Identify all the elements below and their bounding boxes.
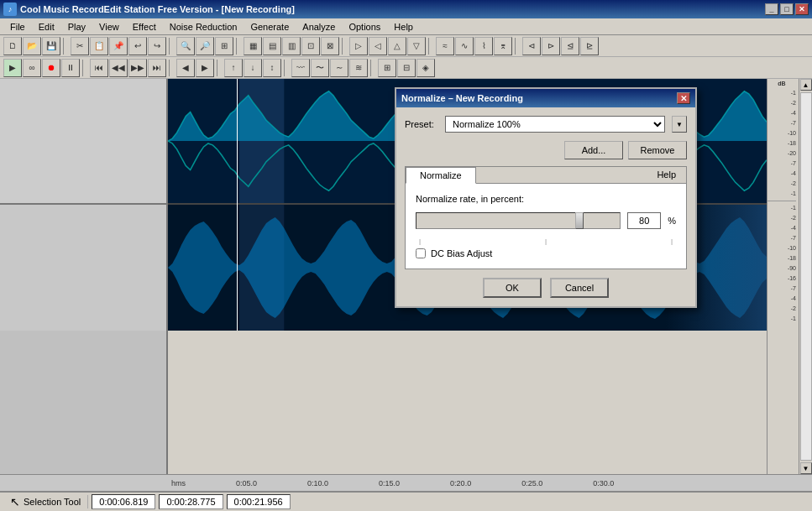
app-icon: ♪ (3, 3, 17, 16)
tb-cut[interactable]: ✂ (71, 37, 89, 55)
menu-effect[interactable]: Effect (126, 20, 163, 34)
ok-button[interactable]: OK (483, 278, 542, 298)
menu-file[interactable]: File (3, 20, 32, 34)
status-bar: ↖ Selection Tool 0:00:06.819 0:00:28.775… (0, 491, 812, 511)
maximize-button[interactable]: □ (780, 3, 794, 15)
tb-btn-f[interactable]: ▷ (349, 37, 368, 55)
tb-rewind[interactable]: ⏮ (90, 59, 108, 77)
minimize-button[interactable]: _ (765, 3, 778, 15)
menu-play[interactable]: Play (61, 20, 92, 34)
tb-play[interactable]: ▶ (3, 59, 22, 77)
tb-btn-b[interactable]: ▤ (263, 37, 281, 55)
menu-bar: File Edit Play View Effect Noise Reducti… (0, 18, 812, 35)
tb-back[interactable]: ◀◀ (109, 59, 128, 77)
dc-bias-row: DC Bias Adjust (416, 248, 676, 258)
preset-row: Preset: Normalize 100% Normalize 80% Cus… (405, 116, 687, 133)
tb-btn-a[interactable]: ▦ (244, 37, 262, 55)
db-divider (767, 201, 796, 201)
tb-btn-n[interactable]: ⊲ (522, 37, 541, 55)
tb-paste[interactable]: 📌 (109, 37, 128, 55)
tb-btn-o[interactable]: ⊳ (542, 37, 560, 55)
tb-save[interactable]: 💾 (42, 37, 60, 55)
menu-generate[interactable]: Generate (244, 20, 296, 34)
scroll-thumb[interactable] (800, 92, 812, 461)
tb-btn-k[interactable]: ∿ (455, 37, 474, 55)
tb-btn-p[interactable]: ⊴ (561, 37, 579, 55)
preset-select[interactable]: Normalize 100% Normalize 80% Custom (445, 116, 665, 133)
tb-btn-h[interactable]: △ (388, 37, 406, 55)
tb-btn-c[interactable]: ▥ (282, 37, 301, 55)
tb-btn-s3[interactable]: ↕ (263, 59, 281, 77)
tb-btn-q[interactable]: ⊵ (580, 37, 599, 55)
rate-label: Normalize rate, in percent: (416, 194, 676, 204)
tb-btn-u1[interactable]: ⊞ (378, 59, 396, 77)
tb-btn-s2[interactable]: ↓ (244, 59, 262, 77)
ok-cancel-row: OK Cancel (405, 278, 687, 298)
menu-options[interactable]: Options (342, 20, 387, 34)
tb-sep-9 (217, 60, 222, 76)
tb-undo[interactable]: ↩ (128, 37, 147, 55)
preset-dropdown-arrow[interactable]: ▼ (672, 116, 687, 133)
scroll-down-button[interactable]: ▼ (800, 462, 812, 474)
tb-sep-5 (428, 38, 433, 55)
tab-help[interactable]: Help (647, 167, 686, 183)
dc-bias-checkbox[interactable] (416, 248, 426, 258)
tb-btn-r2[interactable]: ▶ (196, 59, 214, 77)
timeline-0-05: 0:05.0 (236, 479, 257, 488)
tb-btn-l[interactable]: ⌇ (474, 37, 493, 55)
content-area: Normalize – New Recording ✕ Preset: Norm… (0, 79, 812, 491)
tb-btn-j[interactable]: ≈ (436, 37, 454, 55)
tb-zoom-out[interactable]: 🔎 (196, 37, 214, 55)
tb-pause[interactable]: ⏸ (61, 59, 80, 77)
tb-record[interactable]: ⏺ (42, 59, 60, 77)
add-preset-button[interactable]: Add... (564, 141, 623, 159)
tb-btn-u3[interactable]: ◈ (416, 59, 435, 77)
tb-btn-t3[interactable]: ∼ (330, 59, 348, 77)
vertical-scrollbar[interactable]: ▲ ▼ (799, 79, 812, 474)
normalize-slider-thumb[interactable] (575, 212, 584, 229)
tb-copy[interactable]: 📋 (90, 37, 108, 55)
tb-btn-s1[interactable]: ↑ (224, 59, 243, 77)
dialog-title: Normalize – New Recording (401, 93, 677, 103)
toolbar-1: 🗋 📂 💾 ✂ 📋 📌 ↩ ↪ 🔍 🔎 ⊞ ▦ ▤ ▥ ⊡ ⊠ ▷ ◁ △ ▽ … (0, 35, 812, 57)
tb-sep-4 (342, 38, 347, 55)
percent-input[interactable] (627, 212, 661, 229)
menu-view[interactable]: View (92, 20, 126, 34)
tb-btn-i[interactable]: ▽ (407, 37, 426, 55)
tb-zoom-in[interactable]: 🔍 (176, 37, 195, 55)
dialog-titlebar: Normalize – New Recording ✕ (396, 89, 695, 107)
tb-redo[interactable]: ↪ (148, 37, 166, 55)
tab-normalize[interactable]: Normalize (406, 167, 476, 184)
tb-btn-m[interactable]: ⌆ (494, 37, 512, 55)
tb-btn-g[interactable]: ◁ (369, 37, 387, 55)
tb-end[interactable]: ⏭ (148, 59, 166, 77)
tb-loop[interactable]: ∞ (23, 59, 41, 77)
tb-new[interactable]: 🗋 (3, 37, 22, 55)
cancel-button[interactable]: Cancel (550, 278, 609, 298)
remove-preset-button[interactable]: Remove (628, 141, 687, 159)
tb-btn-t2[interactable]: 〜 (311, 59, 329, 77)
tb-btn-u2[interactable]: ⊟ (397, 59, 416, 77)
tb-sep-10 (284, 60, 289, 76)
tb-btn-r1[interactable]: ◀ (176, 59, 195, 77)
tb-fwd[interactable]: ▶▶ (128, 59, 147, 77)
tb-sep-11 (370, 60, 375, 76)
tb-btn-e[interactable]: ⊠ (321, 37, 339, 55)
scroll-up-button[interactable]: ▲ (800, 79, 812, 91)
timeline-0-10: 0:10.0 (307, 479, 328, 488)
tb-btn-t1[interactable]: 〰 (291, 59, 310, 77)
menu-edit[interactable]: Edit (32, 20, 61, 34)
title-text: Cool Music RecordEdit Station Free Versi… (20, 4, 765, 14)
menu-analyze[interactable]: Analyze (296, 20, 342, 34)
menu-noise-reduction[interactable]: Noise Reduction (163, 20, 244, 34)
normalize-slider-track[interactable] (416, 212, 621, 229)
time-1: 0:00:06.819 (92, 494, 155, 509)
tb-open[interactable]: 📂 (23, 37, 41, 55)
close-button[interactable]: ✕ (795, 3, 809, 15)
tb-zoom-full[interactable]: ⊞ (215, 37, 233, 55)
tb-btn-d[interactable]: ⊡ (301, 37, 320, 55)
tb-sep-6 (515, 38, 520, 55)
menu-help[interactable]: Help (387, 20, 420, 34)
dialog-close-button[interactable]: ✕ (677, 92, 690, 104)
tb-btn-t4[interactable]: ≋ (349, 59, 368, 77)
